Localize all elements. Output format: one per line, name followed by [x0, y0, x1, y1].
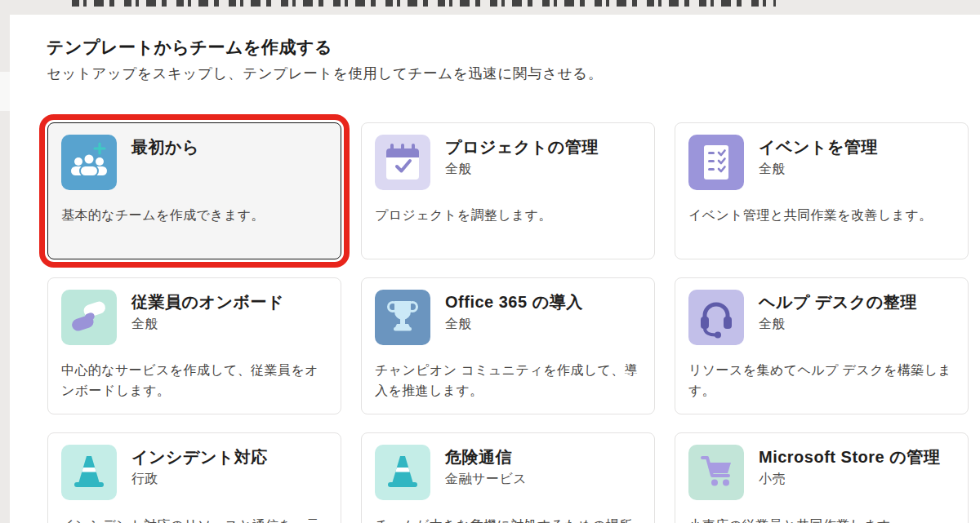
template-card[interactable]: インシデント対応 行政 インシデント対応のリソースと通信を一元 [47, 432, 341, 523]
template-card[interactable]: 危険通信 金融サービス チームが大きな危機に対処するための場所 [361, 432, 655, 523]
traffic-cone-icon [375, 445, 430, 500]
clipped-text-line [72, 0, 776, 7]
headset-icon [688, 290, 744, 345]
template-card[interactable]: ヘルプ デスクの整理 全般 リソースを集めてヘルプ デスクを構築します。 [675, 277, 969, 414]
background-page-top-strip [0, 0, 980, 15]
template-card[interactable]: 従業員のオンボード 全般 中心的なサービスを作成して、従業員をオンボードします。 [47, 277, 341, 414]
trophy-icon [375, 290, 430, 345]
template-grid: 最初から 基本的なチームを作成できます。 プロジェクトの管理 全般 プロジェクト… [47, 122, 969, 523]
calendar-check-icon [375, 135, 430, 190]
team-people-plus-icon [61, 135, 117, 190]
page-title: テンプレートからチームを作成する [47, 36, 332, 59]
template-card[interactable]: Office 365 の導入 全般 チャンピオン コミュニティを作成して、導入を… [361, 277, 655, 414]
page-subtitle: セットアップをスキップし、テンプレートを使用してチームを迅速に関与させる。 [47, 64, 603, 83]
template-card[interactable]: プロジェクトの管理 全般 プロジェクトを調整します。 [361, 122, 655, 259]
checklist-icon [688, 135, 744, 190]
handshake-icon [61, 290, 117, 345]
left-strip-light-segment [0, 72, 10, 111]
template-card[interactable]: イベントを管理 全般 イベント管理と共同作業を改善します。 [675, 122, 969, 259]
traffic-cone-icon [61, 445, 117, 500]
template-card[interactable]: 最初から 基本的なチームを作成できます。 [47, 122, 341, 259]
shopping-cart-icon [688, 445, 744, 500]
background-page-left-strip [0, 15, 10, 523]
template-card[interactable]: Microsoft Store の管理 小売 小売店の従業員と共同作業します。 [675, 432, 969, 523]
